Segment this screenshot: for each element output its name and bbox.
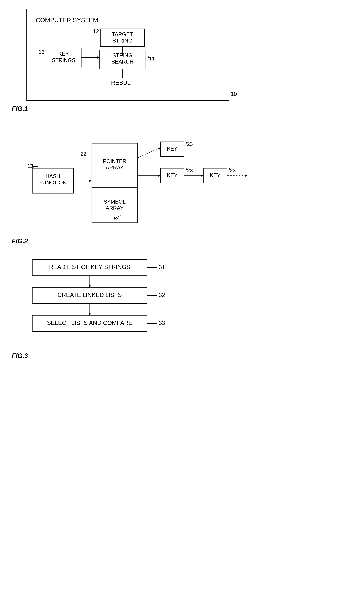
- svg-text:— 31: — 31: [152, 264, 165, 270]
- svg-text:READ LIST OF KEY STRINGS: READ LIST OF KEY STRINGS: [49, 264, 130, 270]
- svg-text:KEY: KEY: [210, 172, 221, 178]
- svg-text:/23: /23: [185, 167, 193, 173]
- svg-marker-66: [88, 313, 91, 315]
- svg-text:ARRAY: ARRAY: [106, 165, 124, 171]
- fig3-section: READ LIST OF KEY STRINGS — 31 CREATE LIN…: [12, 257, 352, 359]
- svg-text:STRING: STRING: [112, 52, 132, 58]
- svg-text:HASH: HASH: [46, 173, 60, 179]
- fig1-ref-10: 10: [231, 91, 237, 97]
- svg-marker-44: [158, 174, 161, 177]
- svg-text:12: 12: [93, 28, 99, 34]
- svg-text:22: 22: [81, 151, 86, 157]
- svg-text:POINTER: POINTER: [103, 158, 126, 164]
- svg-marker-54: [245, 174, 247, 177]
- svg-text:ARRAY: ARRAY: [106, 205, 124, 211]
- svg-text:13: 13: [39, 49, 45, 55]
- svg-text:24: 24: [113, 216, 119, 222]
- svg-text:SELECT LISTS AND COMPARE: SELECT LISTS AND COMPARE: [47, 319, 132, 326]
- fig1-label: FIG.1: [12, 105, 352, 112]
- svg-text:KEY: KEY: [167, 172, 177, 178]
- fig3-label: FIG.3: [12, 352, 352, 359]
- svg-text:KEY: KEY: [58, 51, 69, 57]
- svg-text:/23: /23: [228, 167, 236, 173]
- svg-marker-19: [121, 76, 124, 78]
- svg-text:SEARCH: SEARCH: [111, 59, 133, 65]
- computer-system-label: COMPUTER SYSTEM: [36, 17, 220, 24]
- fig2-label: FIG.2: [12, 237, 352, 245]
- svg-text:/23: /23: [185, 141, 193, 147]
- svg-line-38: [137, 148, 160, 158]
- svg-marker-60: [88, 285, 91, 287]
- fig2-section: HASH FUNCTION 21 POINTER ARRAY 22 SYMBOL…: [12, 124, 352, 245]
- svg-text:— 32: — 32: [152, 292, 165, 298]
- svg-text:SYMBOL: SYMBOL: [104, 199, 126, 205]
- svg-text:RESULT: RESULT: [111, 80, 134, 86]
- svg-text:— 33: — 33: [152, 320, 165, 326]
- svg-text:/11: /11: [147, 56, 155, 62]
- svg-text:FUNCTION: FUNCTION: [39, 180, 67, 186]
- svg-text:STRING: STRING: [112, 38, 132, 44]
- svg-marker-13: [97, 56, 100, 59]
- svg-text:21: 21: [28, 163, 34, 169]
- svg-text:STRINGS: STRINGS: [52, 57, 75, 63]
- svg-text:CREATE LINKED LISTS: CREATE LINKED LISTS: [58, 292, 122, 298]
- svg-marker-27: [89, 180, 92, 182]
- svg-marker-49: [201, 174, 203, 177]
- svg-text:KEY: KEY: [167, 146, 177, 152]
- svg-text:TARGET: TARGET: [112, 31, 133, 37]
- fig1-section: COMPUTER SYSTEM 10 12 TARGET STRING 13: [12, 9, 352, 112]
